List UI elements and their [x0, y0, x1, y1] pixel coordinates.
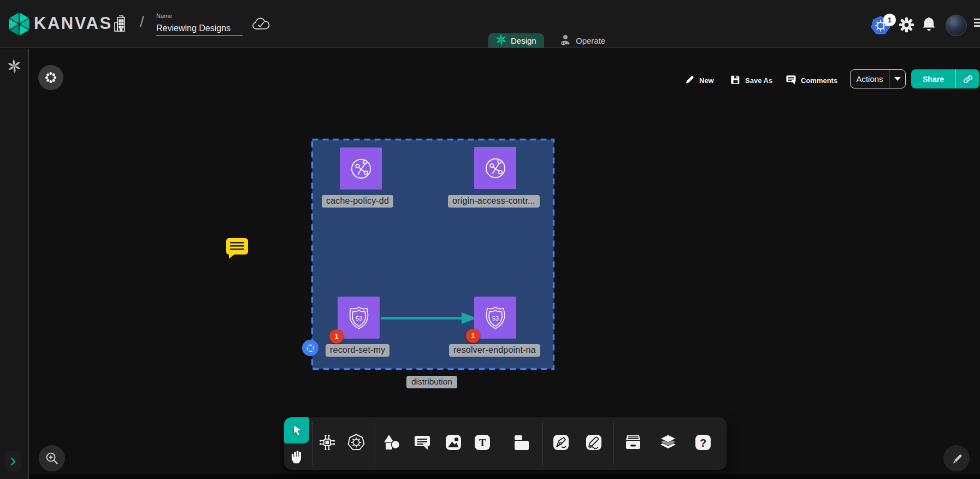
tool-select-cursor[interactable]	[284, 417, 309, 443]
kubernetes-helm-icon	[347, 433, 365, 452]
node-record-set[interactable]: 53	[338, 297, 380, 339]
design-name-label: Name	[156, 13, 172, 19]
node-label-resolver-endpoint: resolver-endpoint-na	[449, 344, 540, 357]
tab-operate[interactable]: Operate	[552, 33, 613, 48]
design-spiral-icon	[496, 34, 506, 47]
pen-tool-icon	[552, 433, 570, 452]
notifications-bell-icon[interactable]	[922, 16, 936, 35]
tool-components[interactable]	[318, 433, 336, 452]
design-name-input[interactable]	[156, 21, 243, 36]
annotate-pen-button[interactable]	[943, 445, 970, 471]
actions-label: Actions	[851, 74, 889, 84]
hand-icon	[290, 449, 304, 464]
stylus-pen-icon	[950, 452, 963, 465]
breadcrumb-separator: /	[140, 13, 144, 31]
comment-bubble-icon	[786, 74, 796, 87]
tool-kubernetes[interactable]	[347, 433, 365, 452]
share-button[interactable]: Share	[911, 69, 979, 88]
menu-hamburger-icon[interactable]	[974, 19, 980, 28]
help-question-icon: ?	[694, 433, 712, 452]
pencil-icon	[684, 74, 695, 86]
tool-help[interactable]: ?	[694, 433, 712, 452]
cloudfront-globe-icon	[347, 155, 375, 183]
node-label-cache-policy: cache-policy-dd	[322, 195, 393, 208]
drawer-archive-icon	[624, 433, 642, 452]
layers-icon	[659, 433, 677, 452]
kubernetes-count-badge: 1	[883, 14, 896, 26]
tab-operate-label: Operate	[576, 36, 605, 45]
image-icon	[444, 433, 463, 452]
comments-label: Comments	[801, 76, 837, 85]
tool-text[interactable]: T	[473, 433, 492, 452]
floppy-disk-icon	[730, 74, 741, 86]
link-icon	[963, 74, 973, 85]
cloud-sync-icon	[251, 17, 271, 34]
bottom-edge-strip	[0, 473, 980, 479]
group-selection-handle[interactable]	[302, 340, 318, 356]
new-button[interactable]: New	[684, 74, 714, 86]
distribution-group[interactable]: cache-policy-dd origin-access-contr... 5…	[311, 138, 555, 370]
operate-person-icon	[559, 34, 571, 48]
node-label-record-set: record-set-my	[326, 344, 389, 357]
tool-notes[interactable]	[512, 433, 531, 452]
actions-dropdown-button[interactable]: Actions	[850, 69, 906, 88]
kanvas-app: KANVAS / Name	[0, 0, 980, 479]
status-badge[interactable]: 1	[466, 329, 480, 343]
comment-marker[interactable]	[226, 238, 249, 262]
tool-pen[interactable]	[552, 433, 570, 452]
user-avatar[interactable]	[946, 15, 967, 36]
meshery-spiral-icon[interactable]	[8, 60, 21, 75]
selection-handle-icon	[307, 345, 314, 352]
status-badge[interactable]: 1	[329, 329, 344, 344]
tool-shapes[interactable]	[382, 433, 401, 452]
comments-button[interactable]: Comments	[786, 74, 837, 87]
app-header: KANVAS / Name	[0, 0, 980, 48]
chevron-down-icon	[894, 77, 901, 81]
tool-image[interactable]	[444, 433, 463, 452]
node-origin-access-control[interactable]	[474, 147, 516, 189]
tab-design-label: Design	[511, 36, 536, 45]
save-as-label: Save As	[745, 76, 772, 85]
node-cache-policy[interactable]	[340, 147, 382, 190]
edge-record-set-to-resolver[interactable]	[380, 311, 479, 326]
sidebar-expand-chevron[interactable]	[5, 451, 21, 472]
node-resolver-endpoint[interactable]: 53	[474, 297, 516, 339]
circuit-chip-icon	[318, 433, 336, 452]
settings-gear-icon[interactable]	[898, 16, 915, 36]
cursor-arrow-icon	[290, 423, 304, 437]
toolbar-divider	[375, 422, 375, 465]
organization-icon[interactable]	[113, 15, 129, 36]
canvas-flower-button[interactable]	[38, 65, 63, 90]
toolbar-divider	[613, 422, 614, 465]
shapes-icon	[382, 433, 401, 452]
notes-icon	[512, 433, 531, 452]
left-sidebar	[0, 49, 29, 479]
svg-text:53: 53	[355, 315, 362, 321]
app-title: KANVAS	[34, 14, 113, 33]
comment-bubble-icon	[413, 433, 432, 452]
tool-comment[interactable]	[413, 433, 432, 452]
tool-pencil[interactable]	[585, 433, 603, 452]
toolbar-divider	[542, 422, 543, 465]
route53-shield-icon: 53	[345, 304, 373, 332]
group-label-distribution: distribution	[406, 376, 457, 388]
pencil-draw-icon	[585, 433, 603, 452]
route53-shield-icon: 53	[482, 304, 509, 332]
copy-link-segment[interactable]	[955, 69, 979, 88]
node-label-origin-access-control: origin-access-contr...	[448, 195, 540, 208]
magnifier-plus-icon	[44, 451, 60, 466]
tab-design[interactable]: Design	[488, 33, 544, 48]
actions-caret-segment[interactable]	[889, 70, 905, 88]
text-icon: T	[473, 433, 492, 452]
svg-text:53: 53	[492, 315, 498, 321]
kanvas-logo-icon	[7, 10, 32, 40]
zoom-in-button[interactable]	[39, 445, 65, 471]
tool-pan-hand[interactable]	[288, 448, 305, 465]
toolbar-divider	[312, 422, 313, 465]
save-as-button[interactable]: Save As	[730, 74, 772, 86]
svg-text:?: ?	[700, 437, 706, 449]
tool-layers[interactable]	[659, 433, 677, 452]
share-label: Share	[911, 75, 955, 84]
new-label: New	[699, 76, 714, 85]
tool-drawer[interactable]	[624, 433, 642, 452]
